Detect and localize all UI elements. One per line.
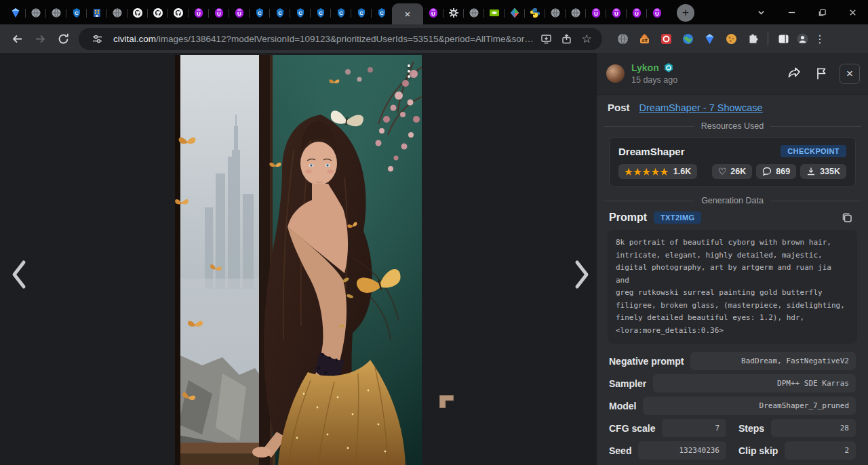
share-icon[interactable] (783, 62, 806, 85)
copy-icon[interactable] (838, 209, 856, 226)
seed-value: 132340236 (638, 441, 726, 460)
new-tab-button[interactable]: + (677, 4, 694, 22)
post-link[interactable]: DreamShaper - 7 Showcase (639, 102, 763, 113)
tab-globe-icon[interactable] (464, 1, 484, 24)
close-window-icon[interactable] (837, 0, 868, 24)
tab-github-icon[interactable] (127, 1, 148, 24)
tab-u-purple-icon[interactable]: U (606, 1, 627, 24)
sampler-label: Sampler (609, 378, 646, 389)
svg-text:C: C (278, 10, 282, 16)
likes-count: 26K (730, 167, 746, 176)
tab-u-purple-icon[interactable]: U (627, 1, 647, 24)
tab-github-icon[interactable] (148, 1, 168, 24)
site-settings-icon[interactable] (87, 28, 107, 49)
install-app-icon[interactable] (536, 28, 556, 49)
side-panel-icon[interactable] (774, 29, 793, 48)
tab-globe-icon[interactable] (566, 1, 586, 24)
cursor (439, 395, 454, 408)
comments-pill[interactable]: 869 (756, 164, 796, 179)
tab-u-purple-icon[interactable]: U (229, 1, 250, 24)
tab-building-icon[interactable] (87, 1, 107, 24)
tab-u-purple-icon[interactable]: U (189, 1, 209, 24)
share-page-icon[interactable] (556, 28, 576, 49)
tab-shield-c-icon[interactable]: C (372, 1, 392, 24)
model-row: Model DreamShaper_7_pruned (609, 397, 856, 415)
rating-pill[interactable]: ★★★★★ 1.6K (618, 164, 697, 179)
clip-skip-label: Clip skip (738, 445, 778, 456)
tab-python-icon[interactable] (525, 1, 545, 24)
extensions-puzzle-icon[interactable] (743, 29, 762, 48)
tab-close-icon[interactable]: × (405, 9, 411, 19)
red-o-extension-icon[interactable] (656, 29, 675, 48)
post-row: Post DreamShaper - 7 Showcase (597, 95, 868, 119)
tab-nvidia-icon[interactable] (484, 1, 505, 24)
user-avatar[interactable] (606, 64, 625, 83)
username-link[interactable]: Lykon (631, 62, 659, 73)
reload-icon[interactable] (52, 27, 75, 50)
bookmark-star-icon[interactable]: ☆ (576, 28, 597, 49)
address-bar[interactable]: civitai.com/images/1386412?modelVersionI… (79, 28, 602, 50)
tab-u-purple-icon[interactable]: U (423, 1, 443, 24)
kebab-menu-icon[interactable]: ⋮ (812, 33, 828, 45)
tab-gear-icon[interactable] (443, 1, 464, 24)
sampler-row: Sampler DPM++ SDE Karras (609, 374, 856, 392)
tab-gem-icon[interactable] (5, 1, 26, 24)
steps-label: Steps (738, 423, 764, 434)
tab-shield-c-icon[interactable]: C (290, 1, 311, 24)
earth-extension-icon[interactable] (678, 29, 697, 48)
back-arrow-icon[interactable] (5, 27, 28, 50)
prompt-header: Prompt TXT2IMG (597, 207, 868, 230)
url-path: /images/1386412?modelVersionId=109123&pr… (156, 34, 534, 44)
tab-shield-c-icon[interactable]: C (331, 1, 351, 24)
tab-u-purple-icon[interactable]: U (647, 1, 667, 24)
previous-image-button[interactable] (4, 256, 34, 293)
profile-avatar-icon[interactable] (793, 29, 812, 48)
minimize-icon[interactable] (776, 0, 807, 24)
tab-prism-icon[interactable] (505, 1, 525, 24)
tab-globe-icon[interactable] (46, 1, 66, 24)
next-image-button[interactable] (567, 256, 597, 293)
tab-shield-c-icon[interactable]: C (250, 1, 270, 24)
svg-text:U: U (431, 11, 435, 17)
tab-globe-icon[interactable] (26, 1, 46, 24)
tab-shield-c-icon[interactable]: C (66, 1, 87, 24)
artwork-image[interactable] (175, 55, 422, 465)
gem-extension-icon[interactable] (700, 29, 719, 48)
svg-text:U: U (614, 11, 618, 17)
svg-text:C: C (339, 10, 343, 16)
off-toggle-extension-icon[interactable]: off (635, 29, 654, 48)
negative-prompt-row: Negative prompt BadDream, FastNegativeV2 (609, 352, 856, 370)
seed-clipskip-row: Seed 132340236 Clip skip 2 (609, 441, 856, 460)
downloads-pill[interactable]: 335K (800, 164, 846, 179)
close-panel-button[interactable]: × (840, 64, 860, 84)
likes-pill[interactable]: ♡ 26K (712, 164, 753, 179)
image-options-kebab-icon[interactable] (403, 60, 415, 83)
tab-active[interactable]: × (392, 3, 423, 24)
tab-shield-c-icon[interactable]: C (270, 1, 290, 24)
download-icon (806, 167, 816, 176)
tab-shield-c-icon[interactable]: C (311, 1, 331, 24)
cookie-extension-icon[interactable] (722, 29, 741, 48)
clip-skip-value: 2 (785, 441, 856, 460)
globe-extension-icon[interactable] (613, 29, 632, 48)
forward-arrow-icon[interactable] (28, 27, 52, 50)
tab-shield-c-icon[interactable]: C (351, 1, 372, 24)
tab-globe-icon[interactable] (545, 1, 566, 24)
resource-name: DreamShaper (618, 146, 685, 157)
tab-u-purple-icon[interactable]: U (586, 1, 606, 24)
svg-text:off: off (642, 38, 648, 43)
maximize-icon[interactable] (807, 0, 837, 24)
generation-section-title: Generation Data (701, 196, 764, 205)
model-label: Model (609, 401, 636, 411)
tab-globe-icon[interactable] (107, 1, 127, 24)
prompt-label: Prompt (609, 211, 647, 224)
tab-u-purple-icon[interactable]: U (209, 1, 229, 24)
tab-github-icon[interactable] (168, 1, 189, 24)
svg-text:U: U (655, 11, 659, 17)
resource-card[interactable]: DreamShaper CHECKPOINT ★★★★★ 1.6K ♡ 26K (609, 137, 856, 187)
panel-header: Lykon 15 days ago × (597, 53, 868, 95)
flag-icon[interactable] (810, 62, 833, 85)
sampler-value: DPM++ SDE Karras (653, 374, 856, 392)
resources-section-divider: Resources Used (597, 121, 868, 131)
tab-search-chevron-icon[interactable] (746, 0, 776, 24)
